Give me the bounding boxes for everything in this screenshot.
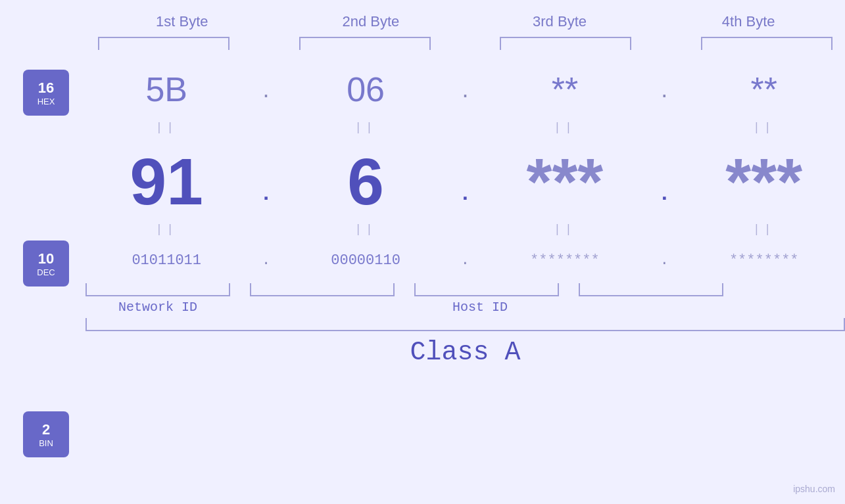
dec-b2: 6 (347, 149, 384, 214)
dec-dot-2: . (459, 182, 471, 206)
hex-badge: 16 HEX (23, 70, 69, 116)
bin-badge: 2 BIN (23, 411, 69, 457)
bin-badge-label: BIN (39, 438, 53, 448)
hex-b1: 5B (145, 70, 187, 109)
bin-b2: 00000110 (331, 252, 400, 269)
bracket-bottom-host-mid (414, 283, 559, 296)
badges-column: 16 HEX 10 DEC 2 BIN (0, 63, 85, 497)
eq-2-b4: || (753, 223, 775, 236)
eq-1-b1: || (155, 121, 178, 134)
bracket-bottom-host-start (250, 283, 395, 296)
hex-badge-num: 16 (38, 80, 54, 97)
bin-badge-num: 2 (42, 421, 50, 438)
main-container: 1st Byte 2nd Byte 3rd Byte 4th Byte 16 H… (0, 0, 845, 504)
bottom-brackets-area (85, 283, 845, 296)
dec-b4: *** (725, 149, 802, 214)
dec-b3: *** (527, 149, 604, 214)
eq-row-2: || || || || (85, 218, 845, 241)
byte-label-2: 2nd Byte (299, 13, 443, 30)
eq-1-b2: || (354, 121, 377, 134)
eq-2-b3: || (554, 223, 576, 236)
bracket-top-2 (299, 37, 431, 50)
hex-b3: ** (552, 70, 578, 109)
content-area: 16 HEX 10 DEC 2 BIN 5B . (0, 63, 845, 497)
dec-row: 91 . 6 . *** . *** (85, 139, 845, 214)
dec-badge: 10 DEC (23, 241, 69, 286)
id-labels-row: Network ID Host ID (85, 300, 845, 315)
byte-label-4: 4th Byte (676, 13, 821, 30)
hex-b4: ** (750, 70, 777, 109)
bin-dot-2: . (461, 252, 470, 269)
bin-b3: ******** (530, 252, 600, 269)
watermark: ipshu.com (793, 484, 835, 494)
eq-2-b2: || (354, 223, 377, 236)
class-label: Class A (410, 338, 520, 367)
bracket-bottom-host-end (579, 283, 723, 296)
bin-b4: ******** (729, 252, 799, 269)
bin-dot-1: . (262, 252, 270, 269)
hex-dot-2: . (462, 76, 468, 103)
hex-row: 5B . 06 . ** . ** (85, 63, 845, 116)
dec-badge-label: DEC (37, 267, 55, 277)
bracket-top-1 (98, 37, 229, 50)
top-brackets (0, 37, 845, 50)
byte-label-1: 1st Byte (110, 13, 254, 30)
bracket-top-3 (500, 37, 631, 50)
bracket-bottom-network (85, 283, 230, 296)
byte-label-3: 3rd Byte (487, 13, 632, 30)
dec-b1: 91 (130, 149, 203, 214)
dec-dot-3: . (658, 182, 671, 206)
hex-dot-3: . (661, 76, 667, 103)
class-label-row: Class A (85, 338, 845, 367)
data-area: 5B . 06 . ** . ** (85, 63, 845, 367)
eq-1-b4: || (753, 121, 775, 134)
hex-badge-label: HEX (37, 97, 55, 106)
eq-1-b3: || (554, 121, 576, 134)
bin-dot-3: . (660, 252, 669, 269)
eq-2-b1: || (155, 223, 178, 236)
bin-row: 01011011 . 00000110 . ******** . (85, 241, 845, 280)
full-bottom-bracket (85, 318, 845, 331)
dec-dot-1: . (260, 182, 272, 206)
hex-b2: 06 (347, 70, 385, 109)
network-id-label: Network ID (118, 300, 197, 315)
byte-labels-row: 1st Byte 2nd Byte 3rd Byte 4th Byte (104, 13, 827, 30)
bracket-top-4 (701, 37, 833, 50)
host-id-label: Host ID (452, 300, 508, 315)
bin-b1: 01011011 (132, 252, 201, 269)
hex-dot-1: . (263, 76, 270, 103)
eq-row-1: || || || || (85, 116, 845, 139)
dec-badge-num: 10 (38, 250, 54, 267)
